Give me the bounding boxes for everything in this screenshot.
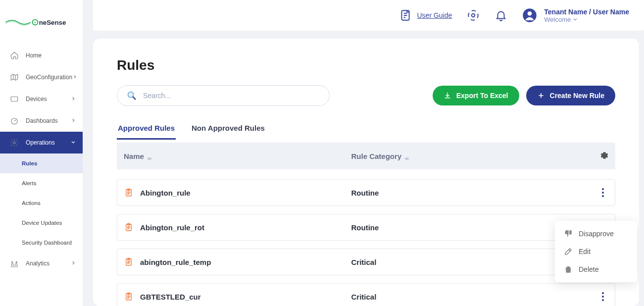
clipboard-icon xyxy=(124,257,133,267)
tenant-user-name: Tenant Name / User Name xyxy=(544,8,629,16)
svg-point-9 xyxy=(528,11,532,16)
sidebar-item-analytics[interactable]: Analytics xyxy=(0,253,83,274)
row-actions-button[interactable] xyxy=(598,187,608,199)
chevron-right-icon xyxy=(71,117,76,124)
export-label: Export To Excel xyxy=(456,92,508,100)
sidebar-item-label: Operations xyxy=(26,139,71,146)
clipboard-icon xyxy=(124,292,133,302)
row-menu-disapprove[interactable]: Disapprove xyxy=(555,225,637,243)
sort-icon xyxy=(404,154,409,159)
main-panel: Rules Export To Excel Create New Rule Ap… xyxy=(93,39,639,306)
user-guide-link[interactable]: User Guide xyxy=(399,9,452,22)
sort-icon xyxy=(147,154,152,159)
sidebar-item-label: Dashboards xyxy=(26,117,71,124)
sidebar-subitem-alerts[interactable]: Alerts xyxy=(0,173,83,193)
sidebar-item-label: Analytics xyxy=(26,260,71,267)
sidebar-subitem-label: Rules xyxy=(22,160,76,166)
sidebar-subitem-label: Alerts xyxy=(22,180,76,186)
sidebar-subitem-label: Security Dashboard xyxy=(22,240,76,246)
row-menu-label: Edit xyxy=(579,248,591,255)
sidebar-subitem-label: Actions xyxy=(22,200,76,206)
rule-category: Critical xyxy=(351,293,579,301)
svg-text:neSense: neSense xyxy=(39,19,66,26)
table-row: Abington_rule Routine xyxy=(117,179,615,206)
clipboard-icon xyxy=(124,222,133,232)
controls-row: Export To Excel Create New Rule xyxy=(117,85,615,106)
rule-category: Routine xyxy=(351,189,579,197)
plus-icon xyxy=(537,92,545,100)
column-category-header[interactable]: Rule Category xyxy=(351,152,579,160)
clipboard-icon xyxy=(124,188,133,198)
sidebar-subitem-rules[interactable]: Rules xyxy=(0,153,83,173)
sidebar-item-geoconfiguration[interactable]: GeoConfiguration xyxy=(0,66,83,88)
gear-icon xyxy=(600,152,608,159)
trash-icon xyxy=(564,265,573,274)
sidebar-item-label: GeoConfiguration xyxy=(26,74,72,81)
edit-icon xyxy=(564,247,573,256)
chevron-right-icon xyxy=(71,260,76,267)
row-menu-edit[interactable]: Edit xyxy=(555,243,637,260)
sidebar-subitem-security-dashboard[interactable]: Security Dashboard xyxy=(0,233,83,253)
rule-name: Abington_rule_rot xyxy=(140,223,204,232)
chevron-right-icon xyxy=(72,74,77,81)
row-menu: Disapprove Edit Delete xyxy=(555,221,637,282)
svg-point-29 xyxy=(602,292,604,294)
svg-point-14 xyxy=(602,188,604,190)
guide-icon xyxy=(399,9,412,22)
sidebar-item-operations[interactable]: Operations xyxy=(0,132,83,153)
operations-subnav: Rules Alerts Actions Device Updates Secu… xyxy=(0,153,83,253)
page-title: Rules xyxy=(117,57,615,73)
search-wrap xyxy=(117,85,330,106)
create-rule-button[interactable]: Create New Rule xyxy=(526,86,615,105)
row-menu-label: Disapprove xyxy=(579,230,614,238)
create-label: Create New Rule xyxy=(550,92,604,100)
dashboard-icon xyxy=(10,116,19,125)
bell-icon[interactable] xyxy=(495,9,507,22)
tab-non-approved-rules[interactable]: Non Approved Rules xyxy=(191,120,266,140)
sidebar-item-devices[interactable]: Devices xyxy=(0,88,83,110)
sidebar-nav: Home GeoConfiguration Devices Dashboards xyxy=(0,45,83,274)
devices-icon xyxy=(10,95,19,103)
sidebar-subitem-label: Device Updates xyxy=(22,220,76,226)
svg-point-7 xyxy=(472,14,475,17)
svg-point-5 xyxy=(13,142,16,144)
brand-logo: neSense xyxy=(0,0,83,45)
table-row: Abington_rule_rot Routine xyxy=(117,214,615,241)
column-settings[interactable] xyxy=(579,152,608,161)
sidebar-subitem-actions[interactable]: Actions xyxy=(0,193,83,213)
svg-point-1 xyxy=(35,22,36,23)
search-input[interactable] xyxy=(143,92,320,100)
thumbs-down-icon xyxy=(564,229,573,238)
welcome-dropdown[interactable]: Welcome xyxy=(544,16,629,23)
user-block: Tenant Name / User Name Welcome xyxy=(522,8,629,23)
tab-approved-rules[interactable]: Approved Rules xyxy=(117,120,176,140)
download-icon xyxy=(444,92,451,100)
sidebar: neSense Home GeoConfiguration Devices Da… xyxy=(0,0,83,306)
sidebar-item-home[interactable]: Home xyxy=(0,45,83,66)
chevron-down-icon xyxy=(573,17,578,22)
row-menu-delete[interactable]: Delete xyxy=(555,260,637,278)
svg-point-16 xyxy=(602,195,604,197)
svg-rect-3 xyxy=(11,97,18,102)
row-menu-label: Delete xyxy=(579,265,598,273)
user-guide-label: User Guide xyxy=(417,11,452,19)
export-excel-button[interactable]: Export To Excel xyxy=(433,86,519,105)
home-icon xyxy=(10,51,19,60)
geo-icon xyxy=(10,73,19,82)
column-label: Rule Category xyxy=(351,152,402,160)
topbar: User Guide Tenant Name / User Name Welco… xyxy=(93,0,644,31)
sidebar-item-dashboards[interactable]: Dashboards xyxy=(0,110,83,132)
tab-label: Approved Rules xyxy=(118,124,175,132)
name-cell: GBTESTLED_cur xyxy=(124,292,351,302)
avatar-icon xyxy=(522,8,537,23)
table-body: Abington_rule Routine Abington_rule_rot … xyxy=(117,179,615,306)
chevron-right-icon xyxy=(71,96,76,102)
row-actions-button[interactable] xyxy=(598,291,608,303)
user-text: Tenant Name / User Name Welcome xyxy=(544,8,629,23)
fingerprint-icon[interactable] xyxy=(467,9,480,22)
tabs: Approved Rules Non Approved Rules xyxy=(117,120,615,140)
column-name-header[interactable]: Name xyxy=(124,152,351,160)
kebab-icon xyxy=(602,292,604,301)
sidebar-subitem-device-updates[interactable]: Device Updates xyxy=(0,213,83,233)
rule-name: Abington_rule xyxy=(140,189,191,197)
